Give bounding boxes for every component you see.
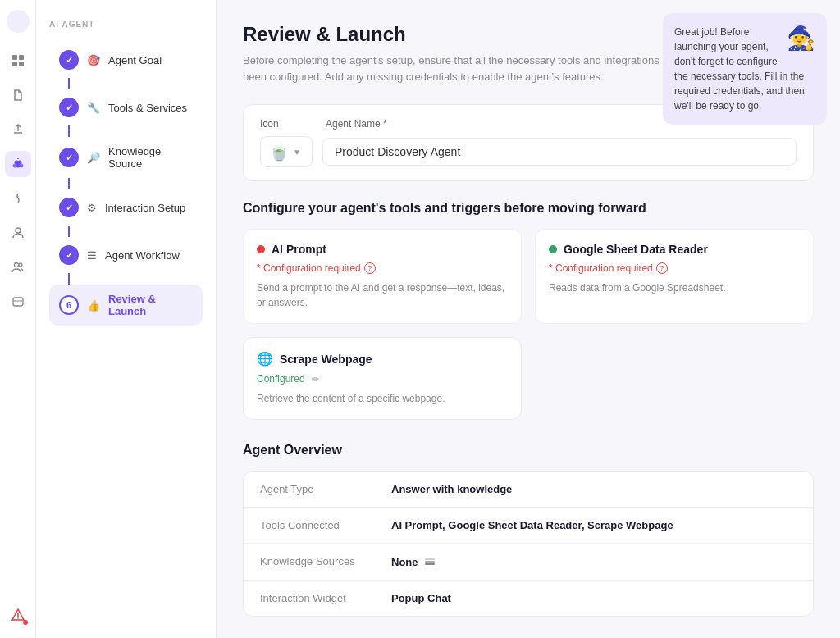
tool-card-google-sheet[interactable]: Google Sheet Data Reader * Configuration… [535,229,814,324]
svg-point-13 [14,263,18,267]
svg-rect-15 [13,298,23,306]
tool-status-info-icon: ? [364,262,376,274]
tool-icon-scrape: 🌐 [257,351,273,367]
step-agent-workflow[interactable]: ✓ ☰ Agent Workflow [49,237,203,273]
step-icon-3: 🔎 [87,152,100,164]
nav-grape-icon[interactable] [5,151,31,177]
svg-point-9 [12,164,16,168]
step-icon-2: 🔧 [87,102,100,114]
overview-section: Agent Overview Agent Type Answer with kn… [243,443,814,617]
step-knowledge-source[interactable]: ✓ 🔎 Knowledge Source [49,137,203,178]
svg-rect-3 [19,55,24,60]
step-label-2: Tools & Services [108,102,187,114]
agent-icon-chevron: ▼ [293,148,301,157]
step-circle-2: ✓ [59,98,79,117]
overview-value-tools: AI Prompt, Google Sheet Data Reader, Scr… [391,519,797,531]
nav-grid-icon[interactable] [5,48,31,74]
nav-upload-icon[interactable] [5,116,31,143]
svg-rect-5 [19,62,24,66]
tool-dot-ai-prompt [257,245,265,253]
tool-edit-icon[interactable]: ✏ [312,374,319,385]
step-circle-4: ✓ [59,198,79,217]
nav-people1-icon[interactable] [5,220,31,246]
tool-status-google-sheet: * Configuration required ? [549,262,800,274]
tools-section-title: Configure your agent's tools and trigger… [243,201,814,216]
step-agent-goal[interactable]: ✓ 🎯 Agent Goal [49,42,203,78]
tool-card-ai-prompt[interactable]: AI Prompt * Configuration required ? Sen… [243,229,522,324]
help-bubble: 🧙 Great job! Before launching your agent… [663,13,827,125]
nav-alert-icon[interactable] [5,602,31,628]
svg-point-14 [19,263,22,267]
overview-value-widget: Popup Chat [391,592,797,604]
agent-icon-selector[interactable]: 🍵 ▼ [260,136,313,167]
tool-desc-google-sheet: Reads data from a Google Spreadsheet. [549,280,800,295]
svg-point-10 [19,164,23,168]
step-review-launch[interactable]: 6 👍 Review & Launch [49,285,203,326]
empty-tool-slot [535,337,814,420]
icon-sidebar: 🍇 [0,0,36,638]
tool-status-scrape: Configured ✏ [257,373,508,385]
overview-row-knowledge: Knowledge Sources None [244,544,813,581]
tools-grid: AI Prompt * Configuration required ? Sen… [243,229,814,324]
step-tools-services[interactable]: ✓ 🔧 Tools & Services [49,89,203,125]
tool-desc-ai-prompt: Send a prompt to the AI and get a respon… [257,280,508,310]
nav-people2-icon[interactable] [5,254,31,280]
tool-name-ai-prompt: AI Prompt [272,243,326,256]
knowledge-stack-icon [423,555,436,568]
step-circle-3: ✓ [59,148,79,167]
step-label-1: Agent Goal [108,54,162,66]
step-icon-1: 🎯 [87,54,100,66]
step-label-5: Agent Workflow [105,249,180,262]
step-label-3: Knowledge Source [108,145,193,170]
tool-status-info2-icon: ? [656,262,668,274]
tool-status-ai-prompt: * Configuration required ? [257,262,508,274]
tool-desc-scrape: Retrieve the content of a specific webpa… [257,391,508,406]
nav-people3-icon[interactable] [5,289,31,315]
svg-point-0 [7,10,30,33]
step-interaction-setup[interactable]: ✓ ⚙ Interaction Setup [49,189,203,226]
svg-rect-21 [425,558,435,560]
svg-point-12 [16,228,21,233]
overview-value-agent-type: Answer with knowledge [391,483,797,495]
overview-key-widget: Interaction Widget [260,592,391,604]
step-label-4: Interaction Setup [105,202,185,214]
help-bubble-text: Great job! Before launching your agent, … [674,26,805,112]
step-connector-3 [68,178,70,189]
overview-value-knowledge: None [391,555,797,568]
agent-name-input[interactable] [322,138,797,166]
tool-name-google-sheet: Google Sheet Data Reader [564,243,708,256]
step-icon-6: 👍 [87,299,100,312]
overview-row-widget: Interaction Widget Popup Chat [244,581,813,616]
overview-row-agent-type: Agent Type Answer with knowledge [244,472,813,508]
step-connector-1 [68,78,70,89]
mascot-emoji: 🧙 [787,21,815,56]
step-circle-1: ✓ [59,50,79,70]
step-circle-6: 6 [59,295,79,315]
required-mark: * [383,118,387,130]
steps-sidebar: AI AGENT ✓ 🎯 Agent Goal ✓ 🔧 Tools & Serv… [36,0,217,638]
overview-section-title: Agent Overview [243,443,814,458]
step-connector-5 [68,273,70,285]
step-connector-4 [68,226,70,237]
step-circle-5: ✓ [59,245,79,265]
main-content: 🧙 Great job! Before launching your agent… [217,0,840,638]
tool-card-scrape-webpage[interactable]: 🌐 Scrape Webpage Configured ✏ Retrieve t… [243,337,522,420]
svg-rect-19 [425,563,435,565]
step-icon-5: ☰ [87,249,97,262]
page-subtitle: Before completing the agent's setup, ens… [243,52,702,84]
overview-table: Agent Type Answer with knowledge Tools C… [243,471,814,617]
overview-row-tools: Tools Connected AI Prompt, Google Sheet … [244,508,813,544]
svg-point-18 [17,617,19,619]
icon-field-label: Icon [260,118,309,130]
nav-arm-icon[interactable] [5,185,31,212]
step-connector-2 [68,125,70,137]
overview-key-knowledge: Knowledge Sources [260,555,391,567]
nav-document-icon[interactable] [5,82,31,108]
step-icon-4: ⚙ [87,202,97,214]
tool-dot-google-sheet [549,245,557,253]
tool-name-scrape: Scrape Webpage [280,353,372,366]
svg-rect-4 [12,62,17,66]
step-label-6: Review & Launch [108,293,193,317]
app-logo: 🍇 [7,10,30,33]
app-name-label: AI AGENT [49,20,203,29]
